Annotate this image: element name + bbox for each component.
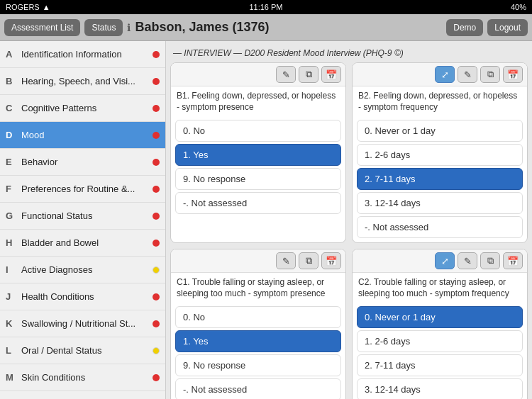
answer-item-c1-1[interactable]: 1. Yes xyxy=(175,330,341,352)
status-dot-g xyxy=(153,213,160,220)
sidebar-item-i[interactable]: IActive Diagnoses xyxy=(0,257,165,283)
sidebar-label-i: Active Diagnoses xyxy=(21,264,153,275)
battery-label: 40% xyxy=(511,3,526,11)
info-icon: ℹ xyxy=(127,22,131,33)
status-dot-l xyxy=(153,347,160,354)
sidebar-label-k: Swallowing / Nutritional St... xyxy=(21,318,153,329)
sidebar-item-k[interactable]: KSwallowing / Nutritional St... xyxy=(0,310,165,337)
status-bar: ROGERS ▲ 11:16 PM 40% xyxy=(0,0,532,14)
answer-item-b2-0[interactable]: 0. Never or 1 day xyxy=(357,120,523,142)
status-bar-time: 11:16 PM xyxy=(249,3,282,11)
sidebar-label-b: Hearing, Speech, and Visi... xyxy=(21,76,153,86)
copy-button-c1[interactable]: ⧉ xyxy=(299,252,318,269)
sidebar-item-g[interactable]: GFunctional Status xyxy=(0,203,165,230)
copy-button-c2[interactable]: ⧉ xyxy=(480,252,500,269)
answer-item-c2-1[interactable]: 1. 2-6 days xyxy=(357,330,523,352)
sidebar-letter-d: D xyxy=(6,130,18,140)
sidebar-item-j[interactable]: JHealth Conditions xyxy=(0,283,165,310)
question-title-b2: B2. Feeling down, depressed, or hopeless… xyxy=(353,86,527,117)
sidebar-letter-k: K xyxy=(6,318,18,329)
status-dot-d xyxy=(153,132,160,139)
copy-button-b2[interactable]: ⧉ xyxy=(480,66,500,83)
main-content: AIdentification InformationBHearing, Spe… xyxy=(0,41,532,399)
answer-item-b1-0[interactable]: 0. No xyxy=(175,120,341,142)
sidebar-label-e: Behavior xyxy=(21,157,153,167)
status-dot-h xyxy=(153,240,160,247)
status-dot-b xyxy=(153,78,160,85)
calendar-button-b2[interactable]: 📅 xyxy=(503,66,523,83)
status-dot-m xyxy=(153,374,160,381)
expand-button-b2[interactable]: ⤢ xyxy=(435,66,455,83)
answer-item-c1-0[interactable]: 0. No xyxy=(175,306,341,328)
answer-item-b1-1[interactable]: 1. Yes xyxy=(175,144,341,166)
sidebar-label-j: Health Conditions xyxy=(21,291,153,302)
question-toolbar-c1: ✎⧉📅 xyxy=(171,249,345,273)
demo-button[interactable]: Demo xyxy=(446,19,483,36)
answer-item-b2-2[interactable]: 2. 7-11 days xyxy=(357,168,523,190)
sidebar-item-h[interactable]: HBladder and Bowel xyxy=(0,230,165,257)
question-grid: ✎⧉📅B1. Feeling down, depressed, or hopel… xyxy=(170,62,528,399)
status-bar-left: ROGERS ▲ xyxy=(6,3,50,11)
sidebar-letter-i: I xyxy=(6,264,18,275)
sidebar-item-b[interactable]: BHearing, Speech, and Visi... xyxy=(0,68,165,95)
assessment-list-button[interactable]: Assessment List xyxy=(4,19,80,36)
sidebar-label-c: Cognitive Patterns xyxy=(21,103,153,113)
copy-button-b1[interactable]: ⧉ xyxy=(299,66,318,83)
patient-info: ℹ Babson, James (1376) xyxy=(127,20,442,35)
answer-item-c2-3[interactable]: 3. 12-14 days xyxy=(357,378,523,399)
sidebar-item-a[interactable]: AIdentification Information xyxy=(0,41,165,68)
answer-list-b2: 0. Never or 1 day1. 2-6 days2. 7-11 days… xyxy=(353,117,527,242)
sidebar-letter-b: B xyxy=(6,76,18,86)
question-toolbar-b1: ✎⧉📅 xyxy=(171,63,345,86)
question-title-b1: B1. Feeling down, depressed, or hopeless… xyxy=(171,86,345,117)
answer-item-b1-2[interactable]: 9. No response xyxy=(175,168,341,190)
answer-item-c1-2[interactable]: 9. No response xyxy=(175,354,341,376)
sidebar-label-d: Mood xyxy=(21,130,153,140)
sidebar-item-e[interactable]: EBehavior xyxy=(0,149,165,176)
status-dot-f xyxy=(153,186,160,193)
sidebar-letter-c: C xyxy=(6,103,18,113)
edit-button-b1[interactable]: ✎ xyxy=(276,66,296,83)
answer-item-b2-4[interactable]: -. Not assessed xyxy=(357,216,523,238)
sidebar-item-l[interactable]: LOral / Dental Status xyxy=(0,337,165,364)
status-dot-a xyxy=(153,51,160,58)
question-title-c2: C2. Trouble falling or staying asleep, o… xyxy=(353,273,527,303)
question-panel-b1: ✎⧉📅B1. Feeling down, depressed, or hopel… xyxy=(170,62,346,243)
sidebar-letter-f: F xyxy=(6,184,18,194)
sidebar-item-n[interactable]: NMedications xyxy=(0,391,165,399)
answer-item-c1-3[interactable]: -. Not assessed xyxy=(175,378,341,399)
edit-button-c1[interactable]: ✎ xyxy=(276,252,296,269)
logout-button[interactable]: Logout xyxy=(487,19,528,36)
calendar-button-c1[interactable]: 📅 xyxy=(321,252,341,269)
answer-item-b1-3[interactable]: -. Not assessed xyxy=(175,192,341,214)
sidebar-letter-j: J xyxy=(6,291,18,302)
patient-name: Babson, James (1376) xyxy=(135,20,269,35)
sidebar-label-g: Functional Status xyxy=(21,210,153,221)
question-title-c1: C1. Trouble falling or staying asleep, o… xyxy=(171,273,345,303)
edit-button-c2[interactable]: ✎ xyxy=(458,252,477,269)
answer-item-b2-1[interactable]: 1. 2-6 days xyxy=(357,144,523,166)
sidebar-item-m[interactable]: MSkin Conditions xyxy=(0,364,165,391)
answer-list-c2: 0. Never or 1 day1. 2-6 days2. 7-11 days… xyxy=(353,303,527,399)
sidebar-label-f: Preferences for Routine &... xyxy=(21,184,153,194)
edit-button-b2[interactable]: ✎ xyxy=(458,66,477,83)
sidebar-item-f[interactable]: FPreferences for Routine &... xyxy=(0,176,165,203)
wifi-icon: ▲ xyxy=(43,3,50,11)
right-panel: — INTERVIEW — D200 Resident Mood Intervi… xyxy=(166,41,532,399)
calendar-button-b1[interactable]: 📅 xyxy=(321,66,341,83)
header-bar: Assessment List Status ℹ Babson, James (… xyxy=(0,14,532,41)
sidebar-item-d[interactable]: DMood xyxy=(0,122,165,149)
sidebar-item-c[interactable]: CCognitive Patterns xyxy=(0,95,165,122)
status-dot-e xyxy=(153,159,160,166)
sidebar: AIdentification InformationBHearing, Spe… xyxy=(0,41,166,399)
answer-item-c2-2[interactable]: 2. 7-11 days xyxy=(357,354,523,376)
answer-item-c2-0[interactable]: 0. Never or 1 day xyxy=(357,306,523,328)
answer-list-c1: 0. No1. Yes9. No response-. Not assessed xyxy=(171,303,345,399)
interview-title: — INTERVIEW — D200 Resident Mood Intervi… xyxy=(170,45,528,62)
expand-button-c2[interactable]: ⤢ xyxy=(435,252,455,269)
answer-item-b2-3[interactable]: 3. 12-14 days xyxy=(357,192,523,214)
status-dot-j xyxy=(153,293,160,300)
status-button[interactable]: Status xyxy=(84,19,123,36)
calendar-button-c2[interactable]: 📅 xyxy=(503,252,523,269)
sidebar-letter-e: E xyxy=(6,157,18,167)
